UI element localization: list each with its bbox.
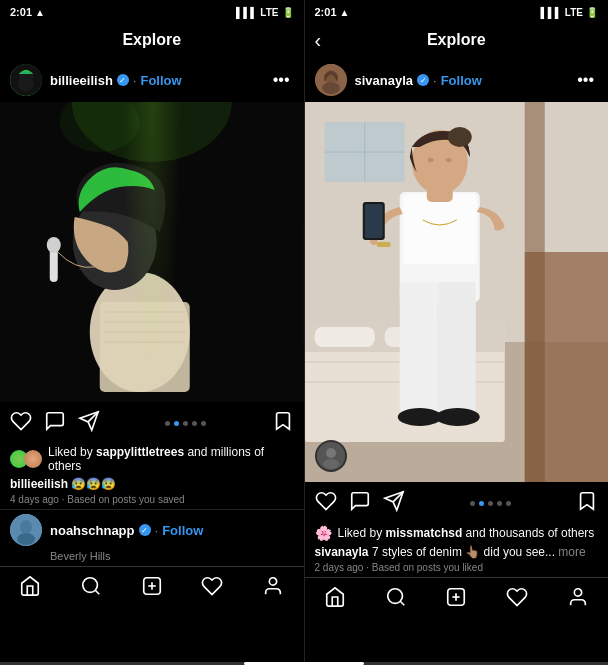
left-like-icon[interactable] bbox=[10, 410, 32, 437]
likes-emoji: 🌸 bbox=[315, 525, 332, 541]
billie-verified-badge: ✓ bbox=[117, 74, 129, 86]
left-nav-profile-icon[interactable] bbox=[254, 571, 292, 607]
left-battery-icon: 🔋 bbox=[282, 7, 294, 18]
svg-rect-39 bbox=[314, 327, 374, 347]
svg-point-67 bbox=[574, 588, 581, 595]
svg-rect-33 bbox=[524, 102, 544, 482]
right-dot-4 bbox=[497, 501, 502, 506]
right-likes-area: 🌸 Liked by missmatchsd and thousands of … bbox=[305, 525, 609, 545]
right-dot-2 bbox=[479, 501, 484, 506]
sivan-username-area: sivanayla ✓ · Follow bbox=[355, 73, 566, 88]
svg-rect-46 bbox=[402, 194, 476, 264]
billie-follow-button[interactable]: Follow bbox=[140, 73, 181, 88]
dot-4 bbox=[192, 421, 197, 426]
right-comment-icon[interactable] bbox=[349, 490, 371, 517]
right-time: 2:01 bbox=[315, 6, 337, 18]
left-bottom-nav bbox=[0, 566, 304, 610]
noah-avatar-image bbox=[10, 514, 42, 546]
left-likes-text: Liked by sappylittletrees and millions o… bbox=[48, 445, 294, 473]
right-nav-home-icon[interactable] bbox=[316, 582, 354, 618]
right-nav-title: Explore bbox=[427, 31, 486, 49]
right-nav-heart-icon[interactable] bbox=[498, 582, 536, 618]
dot-3 bbox=[183, 421, 188, 426]
left-nav-add-icon[interactable] bbox=[133, 571, 171, 607]
svg-point-55 bbox=[435, 408, 479, 426]
svg-point-50 bbox=[427, 158, 433, 162]
right-liked-by-user[interactable]: missmatchsd bbox=[386, 526, 463, 540]
right-back-button[interactable]: ‹ bbox=[315, 29, 322, 52]
noah-follow-button[interactable]: Follow bbox=[162, 523, 203, 538]
separator: · bbox=[133, 73, 137, 88]
left-phone-panel: 2:01 ▲ ▌▌▌ LTE 🔋 Explore bbox=[0, 0, 304, 662]
right-status-bar: 2:01 ▲ ▌▌▌ LTE 🔋 bbox=[305, 0, 609, 22]
sivan-avatar[interactable] bbox=[315, 64, 347, 96]
mini-avatar-2 bbox=[24, 450, 42, 468]
left-nav-bar: Explore bbox=[0, 22, 304, 58]
svg-rect-45 bbox=[437, 282, 475, 412]
right-dots-indicator bbox=[417, 501, 565, 506]
left-caption: billieeilish 😰😰😰 bbox=[0, 477, 304, 494]
billie-more-button[interactable]: ••• bbox=[269, 71, 294, 89]
concert-scene bbox=[0, 102, 304, 402]
billie-avatar-image bbox=[10, 64, 42, 96]
right-nav-profile-icon[interactable] bbox=[559, 582, 597, 618]
svg-point-20 bbox=[83, 577, 98, 592]
svg-point-2 bbox=[18, 77, 34, 91]
right-likes-suffix: and thousands of others bbox=[466, 526, 595, 540]
noah-avatar[interactable] bbox=[10, 514, 42, 546]
svg-point-19 bbox=[17, 533, 35, 545]
right-share-icon[interactable] bbox=[383, 490, 405, 517]
left-status-bar: 2:01 ▲ ▌▌▌ LTE 🔋 bbox=[0, 0, 304, 22]
sivan-username[interactable]: sivanayla bbox=[355, 73, 414, 88]
sivan-more-button[interactable]: ••• bbox=[573, 71, 598, 89]
right-nav-add-icon[interactable] bbox=[437, 582, 475, 618]
right-phone-panel: 2:01 ▲ ▌▌▌ LTE 🔋 ‹ Explore bbox=[304, 0, 609, 662]
right-likes-text: Liked by missmatchsd and thousands of ot… bbox=[338, 526, 595, 540]
right-status-icons: ▌▌▌ LTE 🔋 bbox=[541, 7, 598, 18]
left-nav-search-icon[interactable] bbox=[72, 571, 110, 607]
right-caption: sivanayla 7 styles of denim 👆🏽 did you s… bbox=[305, 545, 609, 562]
left-nav-home-icon[interactable] bbox=[11, 571, 49, 607]
right-caption-more[interactable]: more bbox=[558, 545, 585, 559]
caption-emojis: 😰😰😰 bbox=[71, 477, 116, 491]
sivan-avatar-image bbox=[315, 64, 347, 96]
right-dot-5 bbox=[506, 501, 511, 506]
sivan-follow-button[interactable]: Follow bbox=[441, 73, 482, 88]
left-timestamp: 4 days ago · Based on posts you saved bbox=[0, 494, 304, 509]
right-likes-prefix: Liked by bbox=[338, 526, 383, 540]
left-nav-title: Explore bbox=[122, 31, 181, 49]
left-arrow-icon: ▲ bbox=[35, 7, 45, 18]
svg-point-51 bbox=[445, 158, 451, 162]
left-save-icon[interactable] bbox=[272, 410, 294, 437]
left-share-icon[interactable] bbox=[78, 410, 100, 437]
right-nav-search-icon[interactable] bbox=[377, 582, 415, 618]
dot-5 bbox=[201, 421, 206, 426]
billie-avatar[interactable] bbox=[10, 64, 42, 96]
noah-verified-badge: ✓ bbox=[139, 524, 151, 536]
right-action-bar bbox=[305, 482, 609, 525]
separator2: · bbox=[155, 523, 159, 538]
sivan-verified-badge: ✓ bbox=[417, 74, 429, 86]
sivan-post-image bbox=[305, 102, 609, 482]
right-save-icon[interactable] bbox=[576, 490, 598, 517]
left-signal-icon: ▌▌▌ bbox=[236, 7, 257, 18]
left-nav-heart-icon[interactable] bbox=[193, 571, 231, 607]
billie-username[interactable]: billieeilish bbox=[50, 73, 113, 88]
svg-point-49 bbox=[447, 127, 471, 147]
right-timestamp: 2 days ago · Based on posts you liked bbox=[305, 562, 609, 577]
right-arrow-icon: ▲ bbox=[340, 7, 350, 18]
left-status-time: 2:01 ▲ bbox=[10, 6, 45, 18]
dot-1 bbox=[165, 421, 170, 426]
caption-username[interactable]: billieeilish bbox=[10, 477, 68, 491]
right-caption-username[interactable]: sivanayla bbox=[315, 545, 369, 559]
stage-light bbox=[122, 102, 182, 402]
noah-username[interactable]: noahschnapp bbox=[50, 523, 135, 538]
right-like-icon[interactable] bbox=[315, 490, 337, 517]
left-time: 2:01 bbox=[10, 6, 32, 18]
left-comment-icon[interactable] bbox=[44, 410, 66, 437]
liked-by-user[interactable]: sappylittletrees bbox=[96, 445, 184, 459]
svg-point-58 bbox=[326, 448, 336, 458]
right-dot-3 bbox=[488, 501, 493, 506]
left-action-bar bbox=[0, 402, 304, 445]
right-signal-icon: ▌▌▌ bbox=[541, 7, 562, 18]
